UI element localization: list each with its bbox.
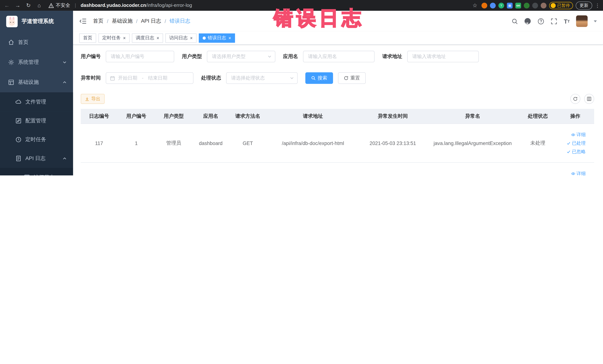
sidebar-item-cron-job[interactable]: 定时任务 [0,130,73,149]
sidebar-item-infrastructure[interactable]: 基础设施 [0,72,73,92]
breadcrumb: 首页 / 基础设施 / API 日志 / 错误日志 [93,18,190,24]
chevron-down-icon [267,54,272,59]
extension-icon-blue[interactable] [490,2,496,8]
app-logo[interactable]: 芋道管理系统 [0,11,73,32]
address-bar[interactable]: dashboard.yudao.iocoder.cn/infra/log/api… [81,3,192,8]
tab-close-icon[interactable]: × [190,35,193,40]
infrastructure-icon [8,79,14,85]
tab-close-icon[interactable]: × [156,35,159,40]
sidebar-item-file-management[interactable]: 文件管理 [0,92,73,111]
extension-icon-green[interactable]: Y [499,2,504,8]
cell-method: GET [229,124,266,162]
mark-processed-link[interactable]: 已处理 [567,140,586,146]
select-placeholder: 请选择用户类型 [212,53,246,60]
tab-schedule-log[interactable]: 调度日志 × [132,33,163,42]
sidebar-item-api-log[interactable]: API 日志 [0,149,73,168]
collapse-sidebar-icon[interactable] [79,17,87,25]
detail-link[interactable]: 详细 [571,131,586,138]
sidebar-item-access-log[interactable]: 访问日志 [0,168,73,176]
cell-request-url: /api/infra/db-doc/export-html [266,163,360,176]
search-button[interactable]: 搜索 [305,72,333,84]
user-type-select[interactable]: 请选择用户类型 [207,51,275,62]
cell-exception-time: 2021-05-03 12:02:31 [359,163,426,176]
extension-icon-dark[interactable] [532,2,538,8]
security-label: 不安全 [56,2,70,9]
reload-icon[interactable]: ↻ [25,1,32,9]
column-header: 请求方法名 [229,109,266,124]
filter-row-1: 用户编号 用户类型 请选择用户类型 应用名 [81,51,594,62]
extension-icon-on[interactable]: on [515,2,521,8]
github-icon[interactable] [524,17,532,25]
tab-cron-job[interactable]: 定时任务 × [98,33,129,42]
table-row: 117 1 管理员 dashboard GET /api/infra/db-do… [81,124,594,163]
breadcrumb-home[interactable]: 首页 [93,18,104,24]
breadcrumb-separator: / [136,18,138,24]
extension-icon-red[interactable] [481,2,487,8]
help-icon[interactable] [537,17,545,25]
tab-error-log[interactable]: 错误日志 × [199,33,235,42]
tab-close-icon[interactable]: × [123,35,126,40]
tags-view-bar: 首页 定时任务 × 调度日志 × 访问日志 × 错误日志 × [73,32,603,45]
tab-access-log[interactable]: 访问日志 × [165,33,197,42]
sidebar-item-config-management[interactable]: 配置管理 [0,111,73,130]
font-size-icon[interactable]: TT [563,17,570,25]
fullscreen-icon[interactable] [550,17,557,25]
search-icon[interactable] [511,17,518,25]
smiley-icon [551,3,556,8]
sidebar-item-label: 基础设施 [18,79,39,86]
user-avatar[interactable] [576,15,588,27]
check-icon [567,141,571,145]
reset-button[interactable]: 重置 [338,72,366,84]
browser-menu-icon[interactable]: ⋮ [595,2,600,8]
site-security[interactable]: 不安全 [48,2,70,9]
back-icon[interactable]: ← [3,1,11,9]
date-range-picker[interactable]: 开始日期 - 结束日期 [106,72,194,84]
export-button-label: 导出 [91,96,101,102]
tab-label: 定时任务 [102,35,121,41]
url-divider: | [75,3,76,8]
sidebar-item-home[interactable]: 首页 [0,32,73,52]
update-button[interactable]: 更新 [576,1,592,10]
sidebar-item-label: API 日志 [25,155,46,162]
breadcrumb-current: 错误日志 [170,18,190,24]
export-button[interactable]: 导出 [81,94,105,104]
bookmark-star-icon[interactable]: ☆ [471,1,479,9]
detail-link[interactable]: 详细 [571,170,586,176]
breadcrumb-api-log[interactable]: API 日志 [141,18,161,24]
profile-avatar-icon[interactable] [541,2,546,8]
tab-close-icon[interactable]: × [228,35,231,40]
navbar-tools: TT [511,15,597,27]
process-status-select[interactable]: 请选择处理状态 [226,72,298,84]
forward-icon[interactable]: → [14,1,22,9]
request-url-input[interactable] [407,51,479,62]
row-actions: 详细 已处理 已忽略 [556,124,594,162]
column-settings-button[interactable] [584,94,594,104]
extension-icon-leaf[interactable] [524,2,530,8]
filter-request-url: 请求地址 [382,51,479,62]
refresh-table-button[interactable] [570,94,580,104]
column-header: 异常名 [426,109,519,124]
mark-ignored-link[interactable]: 已忽略 [567,148,586,155]
paused-badge[interactable]: 已暂停 [549,2,573,9]
cell-log-id: 116 [81,163,117,176]
cell-app-name: dashboard [192,163,229,176]
tab-home[interactable]: 首页 [79,33,96,42]
sidebar-item-system[interactable]: 系统管理 [0,52,73,72]
home-icon[interactable]: ⌂ [35,1,43,9]
column-header: 请求地址 [266,109,360,124]
user-id-input[interactable] [106,51,174,62]
breadcrumb-separator: / [107,18,108,24]
avatar-caret-icon[interactable] [594,20,597,22]
app-name-input[interactable] [303,51,375,62]
cell-status: 未处理 [519,124,557,162]
check-icon [567,150,571,154]
mark-ignored-label: 已忽略 [572,148,586,155]
row-actions: 详细 已处理 已忽略 [556,163,594,176]
extension-icon-grid[interactable]: ▦ [507,2,512,8]
tab-label: 错误日志 [208,35,226,41]
breadcrumb-infra[interactable]: 基础设施 [112,18,133,24]
cell-exception-name: java.lang.IllegalArgumentException [426,124,519,162]
filter-label: 异常时间 [81,75,101,82]
filter-label: 处理状态 [201,75,221,82]
warning-icon [48,3,54,8]
